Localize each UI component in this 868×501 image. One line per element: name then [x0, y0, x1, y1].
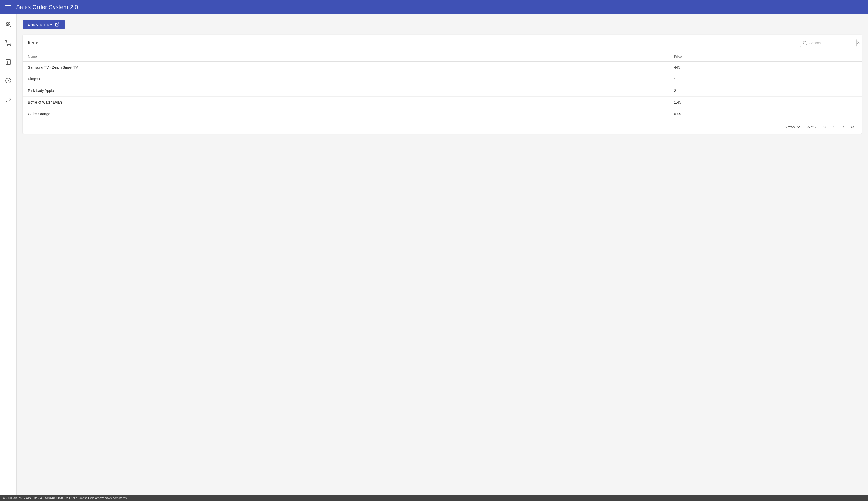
create-item-label: CREATE ITEM	[28, 23, 53, 26]
pagination-next-button[interactable]	[839, 122, 847, 131]
cell-name: Clubs Orange	[23, 108, 669, 120]
column-header-name: Name	[23, 51, 669, 62]
table-title: Items	[28, 40, 39, 46]
menu-icon[interactable]	[5, 5, 11, 9]
export-icon	[55, 22, 60, 27]
cell-price: 2	[669, 85, 862, 97]
cell-name: Bottle of Water Evian	[23, 97, 669, 108]
pagination-info: 1-5 of 7	[805, 125, 816, 129]
table-row[interactable]: Clubs Orange0.99	[23, 108, 862, 120]
pagination-bar: 5 rows 10 rows 25 rows 50 rows 1-5 of 7	[23, 120, 862, 134]
sidebar-item-info[interactable]	[2, 74, 14, 87]
cell-price: 1.45	[669, 97, 862, 108]
table-row[interactable]: Pink Lady Apple2	[23, 85, 862, 97]
rows-per-page-select[interactable]: 5 rows 10 rows 25 rows 50 rows	[784, 125, 801, 129]
status-url: a08003ab7d5124db883f66413fd84489-1586928…	[3, 496, 127, 500]
pagination-first-button[interactable]	[820, 122, 829, 131]
sidebar-item-users[interactable]	[2, 19, 14, 31]
column-header-price: Price	[669, 51, 862, 62]
cell-price: 1	[669, 73, 862, 85]
table-header: Items ✕	[23, 35, 862, 51]
search-container: ✕	[800, 39, 857, 47]
rows-per-page: 5 rows 10 rows 25 rows 50 rows	[784, 125, 801, 129]
cell-name: Samsung TV 42-inch Smart TV	[23, 62, 669, 73]
table-body: Samsung TV 42-inch Smart TV445Fingers1Pi…	[23, 62, 862, 120]
svg-point-0	[7, 22, 9, 24]
search-icon	[803, 41, 807, 45]
cell-price: 445	[669, 62, 862, 73]
cell-name: Pink Lady Apple	[23, 85, 669, 97]
svg-rect-3	[6, 60, 11, 64]
table-row[interactable]: Samsung TV 42-inch Smart TV445	[23, 62, 862, 73]
sidebar	[0, 14, 17, 495]
cell-name: Fingers	[23, 73, 669, 85]
svg-line-9	[806, 44, 806, 44]
svg-point-8	[803, 41, 806, 44]
pagination-prev-button[interactable]	[830, 122, 838, 131]
search-clear-icon[interactable]: ✕	[857, 41, 860, 45]
main-layout: CREATE ITEM Items ✕	[0, 14, 868, 495]
sidebar-item-orders[interactable]	[2, 56, 14, 68]
svg-point-2	[10, 45, 11, 46]
sidebar-item-cart[interactable]	[2, 37, 14, 50]
cell-price: 0.99	[669, 108, 862, 120]
create-item-button[interactable]: CREATE ITEM	[23, 20, 65, 30]
items-table: Name Price Samsung TV 42-inch Smart TV44…	[23, 51, 862, 120]
items-table-card: Items ✕ Name Price	[23, 35, 862, 134]
pagination-nav	[820, 122, 857, 131]
pagination-last-button[interactable]	[848, 122, 857, 131]
sidebar-item-logout[interactable]	[2, 93, 14, 105]
table-row[interactable]: Fingers1	[23, 73, 862, 85]
table-header-row: Name Price	[23, 51, 862, 62]
svg-point-1	[7, 45, 8, 46]
app-header: Sales Order System 2.0	[0, 0, 868, 14]
app-title: Sales Order System 2.0	[16, 4, 78, 11]
table-thead: Name Price	[23, 51, 862, 62]
search-input[interactable]	[809, 41, 855, 45]
table-row[interactable]: Bottle of Water Evian1.45	[23, 97, 862, 108]
content-area: CREATE ITEM Items ✕	[17, 14, 868, 495]
status-bar: a08003ab7d5124db883f66413fd84489-1586928…	[0, 495, 868, 501]
